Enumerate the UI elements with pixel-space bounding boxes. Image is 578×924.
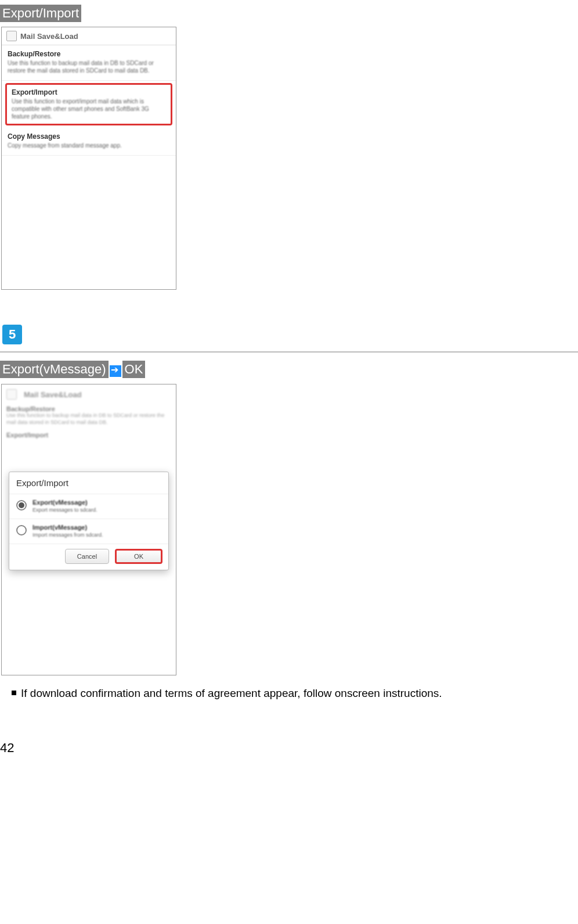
square-bullet-icon <box>12 691 16 695</box>
instruction-note: If download confirmation and terms of ag… <box>12 687 578 700</box>
option-desc: Export messages to sdcard. <box>32 507 97 513</box>
step-number-badge: 5 <box>2 325 22 344</box>
radio-option-import: Import(vMessage) Import messages from sd… <box>9 519 168 544</box>
option-backup-restore: Backup/Restore Use this function to back… <box>2 45 176 81</box>
ok-button-highlighted: OK <box>115 549 162 564</box>
arrow-right-icon <box>110 365 121 377</box>
dialog-title: Export/Import <box>9 472 168 494</box>
radio-icon <box>16 525 27 535</box>
option-title: Export/Import <box>12 88 166 96</box>
radio-option-export: Export(vMessage) Export messages to sdca… <box>9 494 168 519</box>
option-desc: Use this function to backup mail data in… <box>8 59 170 74</box>
screenshot-header-title: Mail Save&Load <box>24 390 82 399</box>
option-desc: Use this function to export/import mail … <box>12 98 166 120</box>
note-text: If download confirmation and terms of ag… <box>21 687 442 699</box>
screenshot-header-title: Mail Save&Load <box>20 32 78 41</box>
option-title: Copy Messages <box>8 132 170 141</box>
bg-section-desc: Use this function to backup mail data in… <box>6 412 171 426</box>
option-copy-messages: Copy Messages Copy message from standard… <box>2 128 176 156</box>
app-icon <box>6 389 17 400</box>
screenshot-export-dialog: Mail Save&Load Backup/Restore Use this f… <box>1 384 176 675</box>
app-icon <box>6 31 17 41</box>
bg-section-title: Backup/Restore <box>6 405 171 412</box>
cancel-button: Cancel <box>65 549 109 564</box>
option-title: Backup/Restore <box>8 50 170 58</box>
export-import-dialog: Export/Import Export(vMessage) Export me… <box>9 472 169 570</box>
option-title: Import(vMessage) <box>32 524 103 531</box>
option-desc: Copy message from standard message app. <box>8 142 170 149</box>
bg-section-title: Export/Import <box>6 432 171 438</box>
step-label-ok: OK <box>122 361 146 378</box>
step-label-export-import: Export/Import <box>0 5 81 22</box>
radio-icon <box>16 500 27 510</box>
divider <box>0 351 578 353</box>
step-label-export-vmessage: Export(vMessage) <box>0 361 109 378</box>
screenshot-mail-save-load: Mail Save&Load Backup/Restore Use this f… <box>1 27 176 290</box>
option-title: Export(vMessage) <box>32 499 97 506</box>
option-export-import-highlighted: Export/Import Use this function to expor… <box>5 83 172 125</box>
page-number: 42 <box>0 740 578 756</box>
option-desc: Import messages from sdcard. <box>32 532 103 538</box>
